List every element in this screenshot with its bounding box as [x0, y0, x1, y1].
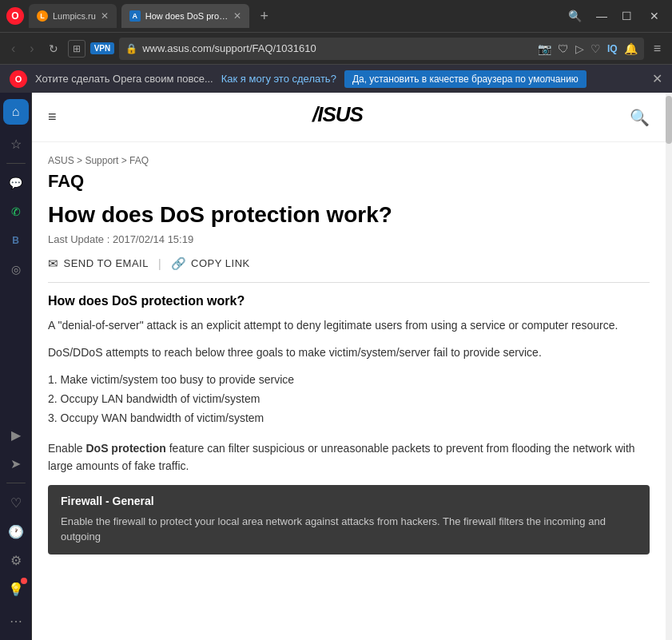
url-bar[interactable]: 🔒 www.asus.com/support/FAQ/1031610 📷 🛡 ▷…	[119, 38, 643, 60]
tab-lumpics-close[interactable]: ✕	[101, 10, 109, 22]
page-body: ASUS > Support > FAQ FAQ How does DoS pr…	[32, 142, 666, 570]
sidebar-toggle-button[interactable]: ≡	[649, 40, 666, 58]
article-title: How does DoS protection work?	[48, 201, 650, 229]
tab-lumpics[interactable]: L Lumpics.ru ✕	[29, 4, 117, 28]
page-search-button[interactable]: 🔍	[630, 108, 650, 127]
notification-bar: O Хотите сделать Opera своим повсе... Ка…	[0, 64, 672, 93]
window-controls: 🔍 — ☐ ✕	[565, 6, 666, 26]
list-item-1: 1. Make victim/system too busy to provid…	[48, 371, 650, 390]
clock-icon: 🕐	[8, 524, 24, 539]
tab-asus[interactable]: A How does DoS protection ✕	[121, 4, 249, 28]
action-divider: |	[158, 257, 161, 270]
play-icon[interactable]: ▷	[575, 42, 584, 55]
tab-asus-favicon: A	[129, 10, 141, 22]
whatsapp-icon: ✆	[11, 205, 21, 218]
opera-logo[interactable]: O	[6, 7, 24, 25]
notification-accept-button[interactable]: Да, установить в качестве браузера по ум…	[344, 70, 587, 88]
svg-text:/ISUS: /ISUS	[312, 102, 364, 126]
breadcrumb-asus[interactable]: ASUS	[48, 155, 74, 166]
shield-icon[interactable]: 🛡	[558, 42, 569, 55]
firewall-box-text: Enable the firewall to protect your loca…	[61, 514, 637, 545]
sidebar-item-vk[interactable]: В	[3, 228, 29, 253]
firewall-box-title: Firewall - General	[61, 495, 637, 507]
content-heading: How does DoS protection work?	[48, 294, 650, 308]
split-view-button[interactable]: ⊞	[68, 40, 85, 58]
page-content: ≡ /ISUS 🔍 ASUS >	[32, 93, 666, 640]
notification-close-button[interactable]: ✕	[652, 71, 662, 86]
send-icon: ➤	[10, 456, 21, 471]
notification-badge	[21, 578, 27, 584]
forward-button[interactable]: ›	[25, 38, 38, 59]
close-button[interactable]: ✕	[643, 6, 666, 26]
search-toggle-button[interactable]: 🔍	[565, 6, 585, 26]
sidebar-item-divider1	[6, 163, 26, 164]
bookmarks-icon: ☆	[10, 137, 22, 152]
scrollbar-track[interactable]	[666, 93, 672, 640]
camera-icon[interactable]: 📷	[538, 42, 551, 55]
settings-icon: ⚙	[10, 553, 22, 568]
iq-icon[interactable]: IQ	[607, 43, 618, 54]
sidebar-item-send[interactable]: ➤	[3, 451, 29, 476]
breadcrumb-sep2: >	[121, 155, 129, 166]
heart-icon[interactable]: ♡	[590, 42, 601, 55]
sidebar-item-home[interactable]: ⌂	[3, 99, 29, 125]
breadcrumb-faq[interactable]: FAQ	[129, 155, 149, 166]
copy-link-button[interactable]: 🔗 COPY LINK	[171, 256, 250, 271]
reload-button[interactable]: ↻	[44, 39, 63, 58]
tab-lumpics-label: Lumpics.ru	[53, 11, 96, 21]
instagram-icon: ◎	[11, 263, 21, 276]
sidebar-item-messenger[interactable]: 💬	[3, 170, 29, 196]
paragraph-2: DoS/DDoS attempts to reach below three g…	[48, 344, 650, 361]
breadcrumb-support[interactable]: Support	[85, 155, 118, 166]
play-icon-sidebar: ▶	[11, 427, 21, 443]
page-section-title: FAQ	[48, 171, 650, 192]
hamburger-menu-button[interactable]: ≡	[48, 109, 57, 125]
notification-text: Хотите сделать Opera своим повсе...	[35, 73, 213, 85]
copy-link-label: COPY LINK	[191, 257, 250, 269]
maximize-button[interactable]: ☐	[618, 6, 635, 26]
page-wrapper: ≡ /ISUS 🔍 ASUS >	[32, 93, 672, 640]
last-update: Last Update : 2017/02/14 15:19	[48, 233, 650, 245]
list-item-3: 3. Occupy WAN bandwidth of victim/system	[48, 409, 650, 428]
address-bar: ‹ › ↻ ⊞ VPN 🔒 www.asus.com/support/FAQ/1…	[0, 32, 672, 64]
notification-link[interactable]: Как я могу это сделать?	[221, 73, 336, 85]
vpn-badge[interactable]: VPN	[90, 42, 115, 54]
minimize-button[interactable]: —	[593, 6, 610, 26]
sidebar-item-bookmarks[interactable]: ☆	[3, 131, 29, 157]
list-item-2: 2. Occupy LAN bandwidth of victim/system	[48, 390, 650, 409]
last-update-value: 2017/02/14 15:19	[113, 233, 193, 245]
scrollbar-thumb[interactable]	[666, 96, 672, 144]
sidebar-item-more[interactable]: ⋯	[3, 608, 29, 634]
title-bar: O L Lumpics.ru ✕ A How does DoS protecti…	[0, 0, 672, 32]
breadcrumb: ASUS > Support > FAQ	[48, 155, 650, 166]
send-to-email-button[interactable]: ✉ SEND TO EMAIL	[48, 256, 149, 271]
paragraph-1: A "denial-of-server" attack is an explic…	[48, 316, 650, 334]
messenger-icon: 💬	[9, 177, 22, 189]
paragraph-3-prefix: Enable	[48, 442, 85, 455]
sidebar-item-play[interactable]: ▶	[3, 422, 29, 447]
back-button[interactable]: ‹	[6, 38, 20, 59]
paragraph-3: Enable DoS protection feature can filter…	[48, 439, 650, 475]
bulb-icon: 💡	[8, 582, 24, 597]
sidebar-item-heart[interactable]: ♡	[3, 490, 29, 515]
breadcrumb-sep1: >	[77, 155, 85, 166]
sidebar-item-bulb[interactable]: 💡	[3, 576, 29, 602]
last-update-label: Last Update :	[48, 233, 113, 245]
sidebar-item-instagram[interactable]: ◎	[3, 256, 29, 282]
url-text: www.asus.com/support/FAQ/1031610	[142, 42, 533, 54]
new-tab-button[interactable]: +	[254, 6, 275, 26]
sidebar-item-settings[interactable]: ⚙	[3, 547, 29, 573]
sidebar-item-divider2	[6, 483, 26, 483]
tab-asus-close[interactable]: ✕	[233, 10, 241, 22]
sidebar-item-whatsapp[interactable]: ✆	[3, 199, 29, 225]
address-bar-icons: 📷 🛡 ▷ ♡ IQ 🔔	[538, 42, 638, 55]
action-bar: ✉ SEND TO EMAIL | 🔗 COPY LINK	[48, 256, 650, 283]
link-icon: 🔗	[171, 256, 187, 271]
send-to-email-label: SEND TO EMAIL	[64, 257, 149, 269]
asus-header: ≡ /ISUS 🔍	[32, 93, 666, 142]
sidebar-item-clock[interactable]: 🕐	[3, 519, 29, 544]
tab-asus-label: How does DoS protection	[145, 11, 229, 21]
email-icon: ✉	[48, 256, 59, 271]
wallet-icon[interactable]: 🔔	[624, 42, 638, 55]
main-area: ⌂ ☆ 💬 ✆ В ◎ ▶ ➤	[0, 93, 672, 640]
